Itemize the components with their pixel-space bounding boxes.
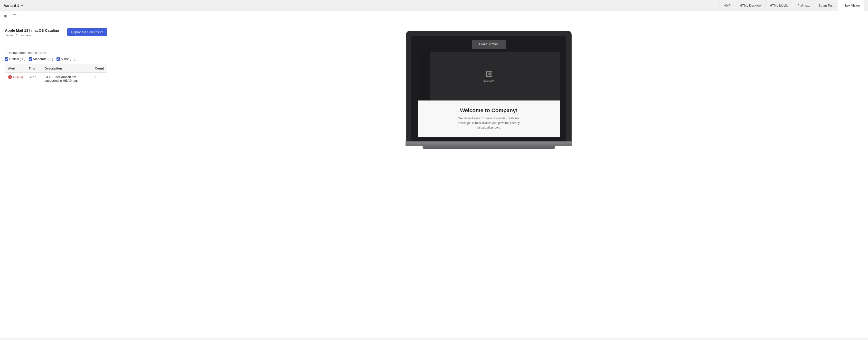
filter-moderate[interactable]: Moderate ( 0 ) (29, 57, 53, 61)
welcome-text: We make it easy to create contextual, re… (455, 116, 523, 130)
main-content: Apple Mail 13 | macOS Catalina Tested: 1… (0, 21, 868, 338)
filter-minor-checkbox[interactable] (57, 57, 60, 61)
laptop-mockup: LOGO 130X80 🖼 570X297 We (406, 31, 571, 149)
screen-content: LOGO 130X80 🖼 570X297 We (411, 36, 566, 141)
critical-icon: ! (8, 75, 12, 79)
cell-count: 1 (92, 73, 107, 85)
edit-icon[interactable]: ✏ (21, 4, 23, 7)
welcome-title: Welcome to Company! (423, 107, 555, 114)
nav-tabs: AMP HTML Desktop HTML Mobile Plaintext S… (719, 0, 864, 11)
list-view-icon[interactable]: ☰ (13, 13, 16, 18)
left-panel: Apple Mail 13 | macOS Catalina Tested: 1… (5, 28, 107, 333)
cell-alert: ! Critical (5, 73, 26, 85)
email-white-section: Welcome to Company! We make it easy to c… (418, 101, 560, 137)
cell-description: STYLE declaration not supported in HEAD … (42, 73, 92, 85)
laptop-foot (423, 146, 555, 149)
logo-placeholder: LOGO 130X80 (472, 40, 506, 49)
laptop-base (405, 141, 572, 146)
tab-html-desktop[interactable]: HTML Desktop (735, 0, 765, 11)
table-row: ! Critical STYLE STYLE declaration not s… (5, 73, 107, 85)
tested-timestamp: Tested: 1 minute ago (5, 33, 59, 37)
col-description: Description (42, 64, 92, 73)
variant-title: Variant 1 (4, 3, 19, 7)
filter-row: Critical ( 1 ) Moderate ( 0 ) Minor ( 0 … (5, 57, 107, 61)
filter-critical-checkbox[interactable] (5, 57, 8, 61)
tab-spam-test[interactable]: Spam Test (814, 0, 838, 11)
toolbar-separator: | (9, 14, 10, 18)
email-card: 🖼 570X297 Welcome to Company! We make it… (418, 52, 560, 137)
client-info: Apple Mail 13 | macOS Catalina Tested: 1… (5, 28, 59, 42)
filter-moderate-checkbox[interactable] (29, 57, 32, 61)
filter-minor[interactable]: Minor ( 0 ) (57, 57, 75, 61)
image-icon: 🖼 (484, 70, 494, 78)
tab-html-mobile[interactable]: HTML Mobile (765, 0, 793, 11)
image-size-label: 570X297 (484, 79, 494, 82)
unsupported-lines-label: 1 Unsupported Lines of Code (5, 51, 107, 55)
right-panel: LOGO 130X80 🖼 570X297 We (115, 28, 863, 333)
laptop-screen-outer: LOGO 130X80 🖼 570X297 We (406, 31, 571, 141)
toolbar: ⊞ | ☰ (0, 11, 868, 21)
image-placeholder: 🖼 570X297 (484, 70, 494, 82)
critical-alert: ! Critical (8, 75, 23, 79)
variant-title-area: Variant 1 ✏ (4, 3, 719, 7)
email-dark-section: 🖼 570X297 (418, 52, 560, 101)
client-header-row: Apple Mail 13 | macOS Catalina Tested: 1… (5, 28, 107, 42)
filter-critical-label: Critical ( 1 ) (9, 57, 25, 61)
mail-client-name: Apple Mail 13 | macOS Catalina (5, 28, 59, 32)
cell-title: STYLE (26, 73, 42, 85)
grid-view-icon[interactable]: ⊞ (4, 13, 7, 18)
filter-minor-label: Minor ( 0 ) (61, 57, 75, 61)
issues-table: Alert Title Description Count ! Critical… (5, 64, 107, 85)
alert-level: Critical (13, 75, 23, 79)
filter-critical[interactable]: Critical ( 1 ) (5, 57, 25, 61)
top-nav: Variant 1 ✏ AMP HTML Desktop HTML Mobile… (0, 0, 868, 11)
table-header-row: Alert Title Description Count (5, 64, 107, 73)
divider (5, 47, 107, 47)
reprocess-screenshot-button[interactable]: Reprocess Screenshot (67, 28, 107, 36)
tab-plaintext[interactable]: Plaintext (793, 0, 814, 11)
col-alert: Alert (5, 64, 26, 73)
laptop-screen-inner: LOGO 130X80 🖼 570X297 We (411, 36, 566, 141)
filter-moderate-label: Moderate ( 0 ) (33, 57, 53, 61)
tab-inbox-vision[interactable]: Inbox Vision (838, 0, 864, 11)
dark-sidebar (418, 52, 430, 101)
col-count: Count (92, 64, 107, 73)
col-title: Title (26, 64, 42, 73)
tab-amp[interactable]: AMP (719, 0, 735, 11)
